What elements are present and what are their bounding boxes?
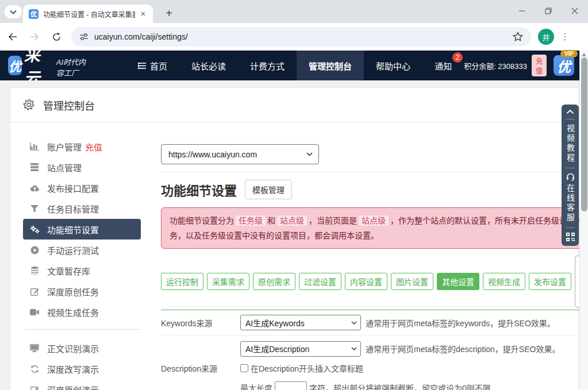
notification-badge: 2 bbox=[452, 52, 463, 63]
sidebar-item-deep-original-task[interactable]: 深度原创任务 bbox=[23, 281, 141, 302]
site-settings-icon[interactable] bbox=[79, 33, 89, 41]
video-tutorial-link[interactable]: 视频教程 bbox=[564, 124, 576, 163]
bookmark-star-icon[interactable] bbox=[513, 32, 523, 42]
refresh-icon bbox=[29, 365, 40, 373]
tab-video[interactable]: 视频生成 bbox=[483, 273, 525, 290]
sidebar-item-label: 深度原创演示 bbox=[47, 384, 99, 390]
template-manage-button[interactable]: 模板管理 bbox=[245, 180, 292, 199]
browser-profile-avatar[interactable]: 井 bbox=[538, 29, 554, 45]
checkbox-label: 在Description开头插入文章标题 bbox=[251, 362, 363, 374]
description-row: Description来源 AI生成Description 通常用于网页meta… bbox=[161, 335, 588, 390]
tab-run-control[interactable]: 运行控制 bbox=[161, 273, 203, 290]
sidebar-item-label: 账户管理 bbox=[47, 141, 82, 153]
browser-menu-icon[interactable]: ⋮ bbox=[558, 29, 572, 45]
chevron-down-icon bbox=[306, 152, 313, 156]
panel-divider bbox=[566, 227, 575, 228]
sidebar-item-label: 视频生成任务 bbox=[47, 306, 99, 318]
tab-collect[interactable]: 采集需求 bbox=[207, 273, 249, 290]
sidebar-item-article-store[interactable]: 文章暂存库 bbox=[23, 260, 141, 281]
url-text[interactable]: ucaiyun.com/caiji/settings/ bbox=[94, 32, 188, 41]
panel-divider bbox=[566, 119, 575, 119]
video-camera-icon bbox=[29, 309, 40, 315]
funnel-icon bbox=[29, 205, 40, 213]
menu-item-notifications[interactable]: 通知 2 bbox=[422, 51, 464, 80]
back-to-top-button[interactable] bbox=[566, 109, 574, 114]
tab-search-button[interactable] bbox=[5, 5, 22, 18]
scrollbar-up-arrow[interactable] bbox=[582, 53, 586, 56]
online-service-link[interactable]: 在线客服 bbox=[564, 173, 576, 223]
console-card: 管理控制台 账户管理 充值 站点管理 发布接口配置 bbox=[10, 87, 579, 390]
server-icon bbox=[29, 163, 40, 171]
edit-icon bbox=[29, 385, 40, 390]
sidebar-recharge-link[interactable]: 充值 bbox=[85, 141, 102, 153]
max-length-input[interactable] bbox=[275, 381, 307, 390]
chevron-up-icon bbox=[566, 109, 574, 114]
sidebar-item-label: 手动运行测试 bbox=[47, 244, 99, 256]
menu-item-label: 通知 bbox=[435, 60, 452, 72]
new-tab-button[interactable]: + bbox=[161, 6, 177, 22]
qr-code-button[interactable] bbox=[566, 233, 575, 241]
omnibox[interactable]: ucaiyun.com/caiji/settings/ bbox=[71, 27, 531, 47]
tab-close-icon[interactable]: × bbox=[138, 9, 148, 19]
site-select[interactable]: https://www.ucaiyun.com bbox=[161, 144, 319, 164]
cloud-upload-icon bbox=[29, 184, 40, 192]
avatar-text: 优 bbox=[554, 55, 574, 76]
keywords-source-select[interactable]: AI生成Keywords bbox=[240, 315, 361, 330]
tab-image[interactable]: 图片设置 bbox=[391, 273, 433, 290]
minimize-button[interactable] bbox=[509, 0, 535, 22]
sidebar-item-rewrite-demo[interactable]: 深度改写演示 bbox=[23, 358, 141, 379]
card-header: 管理控制台 bbox=[10, 88, 578, 122]
recharge-button[interactable]: 充值 bbox=[532, 55, 547, 76]
chevron-down-icon bbox=[351, 321, 357, 325]
sidebar-item-label: 功能细节设置 bbox=[47, 223, 99, 235]
close-window-button[interactable] bbox=[562, 0, 588, 22]
menu-item-billing[interactable]: 计费方式 bbox=[238, 51, 297, 80]
play-circle-icon bbox=[29, 246, 40, 254]
sidebar-item-manual-test[interactable]: 手动运行测试 bbox=[23, 240, 141, 260]
menu-item-home[interactable]: 首页 bbox=[126, 51, 179, 80]
restore-button[interactable] bbox=[535, 0, 562, 22]
menu-item-console[interactable]: 管理控制台 bbox=[297, 51, 364, 80]
keywords-row: Keywords来源 AI生成Keywords 通常用于网页meta标签的key… bbox=[161, 310, 588, 335]
tab-content[interactable]: 内容设置 bbox=[345, 273, 387, 290]
online-service-label: 在线客服 bbox=[564, 184, 576, 223]
sidebar-item-function-settings[interactable]: 功能细节设置 bbox=[23, 219, 141, 240]
insert-title-checkbox[interactable] bbox=[240, 364, 248, 372]
favicon: 优 bbox=[29, 9, 39, 19]
field-description: 通常用于网页meta标签的keywords，提升SEO效果。 bbox=[366, 317, 555, 329]
field-label: Keywords来源 bbox=[161, 317, 240, 329]
maxlen-suffix: 字符，超出部分将被强制截断，留空或设为0则不限 bbox=[309, 382, 491, 390]
points-balance: 积分余额: 2308333 bbox=[464, 60, 527, 71]
sidebar-item-task-targets[interactable]: 任务目标管理 bbox=[23, 198, 141, 219]
tab-filter[interactable]: 过滤设置 bbox=[299, 273, 341, 290]
sidebar-item-sites[interactable]: 站点管理 bbox=[23, 157, 141, 177]
sidebar-item-account[interactable]: 账户管理 充值 bbox=[23, 136, 141, 157]
tab-other[interactable]: 其他设置 bbox=[437, 273, 479, 290]
menu-item-help[interactable]: 帮助中心 bbox=[364, 51, 422, 80]
browser-tab-bar: 优 功能细节设置 - 自动文章采集器 × + bbox=[0, 0, 588, 23]
alert-text: 和 bbox=[267, 216, 275, 225]
browser-tab[interactable]: 优 功能细节设置 - 自动文章采集器 × bbox=[23, 5, 153, 23]
sidebar-item-video-task[interactable]: 视频生成任务 bbox=[23, 302, 141, 322]
section-divider bbox=[161, 172, 588, 172]
browser-scrollbar[interactable] bbox=[579, 51, 588, 390]
monitor-icon bbox=[29, 344, 40, 352]
tab-original[interactable]: 原创需求 bbox=[253, 273, 295, 290]
description-source-select[interactable]: AI生成Description bbox=[240, 341, 361, 357]
menu-item-label: 管理控制台 bbox=[309, 60, 352, 72]
sidebar-item-publish-api[interactable]: 发布接口配置 bbox=[23, 177, 141, 198]
level-badge: 任务级 bbox=[236, 215, 266, 226]
tab-publish[interactable]: 发布设置 bbox=[529, 273, 571, 290]
select-value: AI生成Description bbox=[245, 343, 309, 354]
main-content: https://www.ucaiyun.com 功能细节设置 模板管理 功能细节… bbox=[151, 122, 588, 390]
sidebar-item-original-demo[interactable]: 深度原创演示 bbox=[23, 379, 141, 390]
scrollbar-thumb[interactable] bbox=[581, 57, 587, 211]
menu-item-label: 站长必读 bbox=[191, 60, 226, 72]
qr-code-icon bbox=[566, 233, 575, 241]
sidebar-item-content-demo[interactable]: 正文识别演示 bbox=[23, 338, 141, 358]
user-avatar[interactable]: 优 VIP bbox=[554, 55, 574, 76]
level-badge: 站点级 bbox=[277, 215, 307, 226]
floating-side-panel: 视频教程 在线客服 bbox=[562, 105, 579, 246]
settings-alert: 功能细节设置分为任务级和站点级，当前页面是站点级，作为整个站点的默认设置，所有未… bbox=[161, 207, 588, 249]
menu-item-must-read[interactable]: 站长必读 bbox=[179, 51, 238, 80]
